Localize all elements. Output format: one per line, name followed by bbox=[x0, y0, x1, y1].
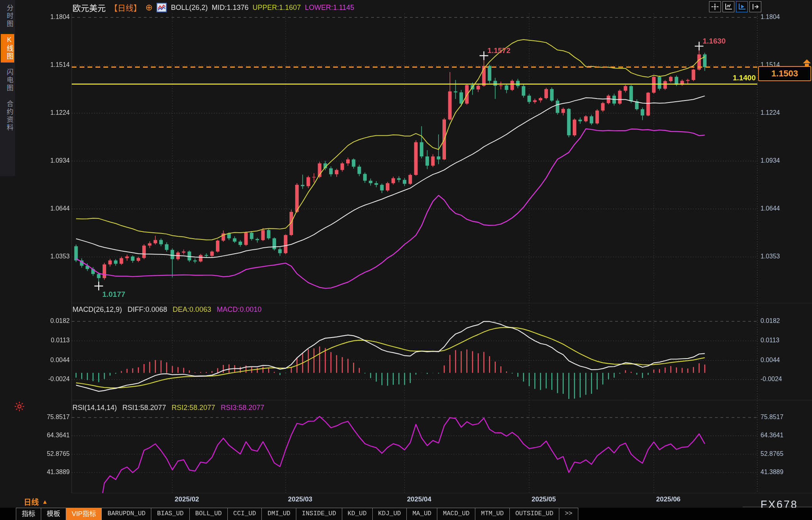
alert-dot-icon[interactable] bbox=[14, 401, 25, 413]
axis-tick-right-p2-2: 52.8765 bbox=[761, 450, 812, 457]
period-up-arrow-icon: ▲ bbox=[42, 498, 48, 505]
tab-vip[interactable]: VIP指标 bbox=[66, 508, 102, 520]
boll-lower-value: LOWER:1.1145 bbox=[305, 4, 355, 12]
axis-tick-right-p2-3: 41.3889 bbox=[761, 469, 812, 476]
axis-tick-right-p0-5: 1.0353 bbox=[761, 253, 812, 260]
boll-settings-label: BOLL(26,2) bbox=[171, 4, 208, 12]
price-up-arrow-icon bbox=[802, 59, 811, 68]
axis-tick-left-p0-3: 1.0934 bbox=[16, 157, 70, 164]
period-selector[interactable]: 日线 ▲ bbox=[24, 496, 48, 507]
symbol-title: 欧元美元 bbox=[72, 2, 106, 13]
tab-cci_ud[interactable]: CCI_UD bbox=[228, 508, 262, 520]
sidebar-item-1[interactable]: K线图 bbox=[1, 34, 14, 63]
sidebar-item-3[interactable]: 合约资料 bbox=[1, 98, 14, 134]
x-axis-label-2025-02: 2025/02 bbox=[175, 495, 199, 503]
sidebar: 分时图K线图闪电图合约资料 bbox=[0, 0, 15, 176]
axis-tick-left-p2-0: 75.8517 bbox=[16, 414, 70, 421]
rsi3-value: RSI3:58.2077 bbox=[221, 404, 264, 412]
tab-mtm_ud[interactable]: MTM_UD bbox=[475, 508, 510, 520]
pan-right-icon[interactable] bbox=[749, 1, 761, 12]
chart-canvas[interactable] bbox=[0, 0, 812, 520]
crosshair-circle-icon[interactable]: ⊕ bbox=[145, 3, 152, 12]
axis-tick-left-p1-3: -0.0024 bbox=[16, 376, 70, 383]
marker-label-11630: 1.1630 bbox=[703, 37, 726, 46]
boll-mid-value: MID:1.1376 bbox=[212, 4, 249, 12]
bottom-bar: 指标模板VIP指标BARUPDN_UDBIAS_UDBOLL_UDCCI_UDD… bbox=[0, 508, 812, 520]
sidebar-item-2[interactable]: 闪电图 bbox=[1, 66, 14, 94]
last-price-badge: 1.1503 bbox=[758, 66, 811, 81]
macd-title: MACD(26,12,9) bbox=[72, 306, 122, 314]
period-label: 日线 bbox=[24, 496, 39, 507]
macd-macd-value: MACD:0.0010 bbox=[217, 306, 261, 314]
kline-chart-app: 分时图K线图闪电图合约资料 欧元美元 【日线】 ⊕ BOLL(26,2) MID… bbox=[0, 0, 812, 520]
indicator-tab-bar: 指标模板VIP指标BARUPDN_UDBIAS_UDBOLL_UDCCI_UDD… bbox=[16, 508, 578, 520]
axis-tick-right-p1-3: -0.0024 bbox=[761, 376, 812, 383]
chart-header: 欧元美元 【日线】 ⊕ BOLL(26,2) MID:1.1376 UPPER:… bbox=[72, 2, 354, 13]
axis-tick-left-p1-0: 0.0182 bbox=[16, 317, 70, 325]
rsi-title: RSI(14,14,14) bbox=[72, 404, 117, 412]
tab->>[interactable]: >> bbox=[559, 508, 578, 520]
tab-[interactable]: 模板 bbox=[41, 508, 66, 520]
x-axis-label-2025-05: 2025/05 bbox=[532, 495, 556, 503]
axis-tick-right-p1-2: 0.0044 bbox=[761, 357, 812, 364]
axis-tick-left-p0-5: 1.0353 bbox=[16, 253, 70, 260]
tab-[interactable]: 指标 bbox=[16, 508, 41, 520]
axis-play-icon[interactable] bbox=[736, 1, 748, 12]
axis-tick-left-p1-1: 0.0113 bbox=[16, 337, 70, 344]
macd-panel-header: MACD(26,12,9) DIFF:0.0068 DEA:0.0063 MAC… bbox=[72, 306, 261, 314]
axis-tick-left-p0-1: 1.1514 bbox=[16, 61, 70, 68]
axis-tick-left-p2-3: 41.3889 bbox=[16, 469, 70, 476]
axis-tick-left-p0-2: 1.1224 bbox=[16, 109, 70, 116]
tab-ma_ud[interactable]: MA_UD bbox=[407, 508, 437, 520]
rsi-panel-header: RSI(14,14,14) RSI1:58.2077 RSI2:58.2077 … bbox=[72, 404, 264, 412]
axis-tick-right-p0-0: 1.1804 bbox=[761, 13, 812, 21]
axis-tick-right-p1-0: 0.0182 bbox=[761, 317, 812, 325]
rsi2-value: RSI2:58.2077 bbox=[172, 404, 215, 412]
tab-boll_ud[interactable]: BOLL_UD bbox=[190, 508, 228, 520]
axis-tick-left-p2-2: 52.8765 bbox=[16, 450, 70, 457]
boll-upper-value: UPPER:1.1607 bbox=[253, 4, 301, 12]
x-axis-label-2025-03: 2025/03 bbox=[288, 495, 312, 503]
axis-tick-right-p1-1: 0.0113 bbox=[761, 337, 812, 344]
mini-chart-icon[interactable] bbox=[156, 3, 167, 12]
marker-label-10177: 1.0177 bbox=[102, 290, 125, 299]
axis-tick-left-p0-4: 1.0644 bbox=[16, 205, 70, 212]
macd-diff-value: DIFF:0.0068 bbox=[128, 306, 167, 314]
period-tag[interactable]: 【日线】 bbox=[110, 2, 141, 13]
axis-tick-left-p1-2: 0.0044 bbox=[16, 357, 70, 364]
axis-tick-right-p0-3: 1.0934 bbox=[761, 157, 812, 164]
axis-scale-icon[interactable] bbox=[722, 1, 734, 12]
axis-tick-right-p0-4: 1.0644 bbox=[761, 205, 812, 212]
axis-tick-left-p2-1: 64.3641 bbox=[16, 432, 70, 439]
tab-macd_ud[interactable]: MACD_UD bbox=[437, 508, 475, 520]
hline-price-label: 1.1400 bbox=[708, 74, 756, 82]
tab-kdj_ud[interactable]: KDJ_UD bbox=[373, 508, 407, 520]
tab-kd_ud[interactable]: KD_UD bbox=[342, 508, 373, 520]
chart-toolbar bbox=[709, 1, 761, 12]
macd-dea-value: DEA:0.0063 bbox=[173, 306, 211, 314]
tab-barupdn_ud[interactable]: BARUPDN_UD bbox=[102, 508, 151, 520]
rsi1-value: RSI1:58.2077 bbox=[122, 404, 166, 412]
marker-label-11572: 1.1572 bbox=[488, 46, 511, 55]
tab-outside_ud[interactable]: OUTSIDE_UD bbox=[510, 508, 559, 520]
tab-inside_ud[interactable]: INSIDE_UD bbox=[296, 508, 342, 520]
x-axis-label-2025-04: 2025/04 bbox=[407, 495, 431, 503]
sidebar-item-0[interactable]: 分时图 bbox=[1, 2, 14, 30]
tab-bias_ud[interactable]: BIAS_UD bbox=[151, 508, 189, 520]
axis-tick-right-p2-0: 75.8517 bbox=[761, 414, 812, 421]
axis-tick-right-p2-1: 64.3641 bbox=[761, 432, 812, 439]
move-crosshair-icon[interactable] bbox=[709, 1, 721, 12]
x-axis-label-2025-06: 2025/06 bbox=[656, 495, 680, 503]
axis-tick-left-p0-0: 1.1804 bbox=[16, 13, 70, 21]
axis-tick-right-p0-2: 1.1224 bbox=[761, 109, 812, 116]
tab-dmi_ud[interactable]: DMI_UD bbox=[262, 508, 296, 520]
